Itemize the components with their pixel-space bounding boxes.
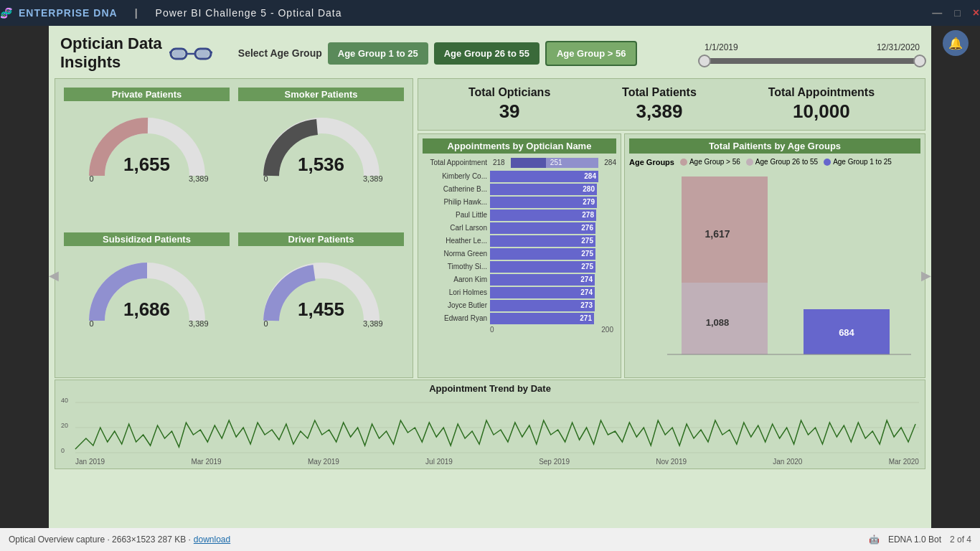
bar-row-name: Philip Hawk... [423,198,487,206]
gauge-private-min: 0 [90,174,94,183]
gauge-subsidized-max: 3,389 [189,319,209,328]
bar-fill: 280 [490,184,597,195]
bar-row: Edward Ryan271 [423,313,616,324]
x-label-jul2019: Jul 2019 [425,458,453,466]
gauge-smoker-value: 1,536 [298,154,344,176]
bar-chart-title: Appointments by Optician Name [423,138,616,154]
file-info: Optical Overview capture · 2663×1523 287… [9,534,191,545]
bar-row: Kimberly Co...284 [423,171,616,182]
nav-left-arrow[interactable]: ◀ [49,268,59,283]
legend-dot-56plus [680,159,687,166]
age-btn-26-55[interactable]: Age Group 26 to 55 [434,42,540,65]
x-label-jan2020: Jan 2020 [773,458,802,466]
bar-fill: 275 [490,248,595,260]
bar-fill: 284 [490,171,598,182]
age-btn-1-25[interactable]: Age Group 1 to 25 [328,42,428,65]
kpi-appointments-value: 10,000 [768,100,875,123]
bar-fill: 275 [490,235,595,247]
bar-chart-panel: Appointments by Optician Name Total Appo… [418,133,621,378]
bar-chart-rows: Kimberly Co...284Catherine B...280Philip… [423,171,616,324]
nav-right-arrow[interactable]: ▶ [921,268,931,283]
notification-button[interactable]: 🔔 [943,30,969,56]
bar-row: Lori Holmes274 [423,287,616,298]
slider-track[interactable] [705,58,920,64]
kpi-opticians-label: Total Opticians [468,86,550,99]
svg-text:20: 20 [61,422,68,429]
maximize-btn[interactable]: □ [954,7,961,19]
kpi-row: Total Opticians 39 Total Patients 3,389 … [418,78,925,131]
bar-fill: 275 [490,261,595,273]
enterprise-dna-icon: 🧬 [0,7,13,19]
stacked-chart-panel: Total Paitients by Age Groups Age Groups… [624,133,925,378]
slider-thumb-right[interactable] [913,55,926,67]
gauge-smoker-min: 0 [264,174,268,183]
bar-fill: 271 [490,313,594,324]
gauge-private: Private Patients 1,655 0 3,389 [61,85,232,227]
dashboard-title: Optician DataInsights [60,34,162,72]
gauge-driver: Driver Patients 1,455 0 3,389 [235,230,407,372]
gauge-driver-value: 1,455 [298,298,344,321]
x-label-sep2019: Sep 2019 [539,458,570,466]
kpi-patients: Total Patients 3,389 [622,86,697,123]
title-bar-title: Power BI Challenge 5 - Optical Data [156,7,342,19]
svg-text:1,088: 1,088 [706,317,730,328]
axis-ticks: 0 200 [490,326,616,334]
bar-row: Catherine B...280 [423,184,616,195]
page-indicator: 2 of 4 [950,534,971,545]
gauge-private-title: Private Patients [64,88,230,101]
enterprise-dna-label: ENTERPRISE DNA [19,7,118,19]
legend-56plus: Age Group > 56 [680,158,740,166]
stacked-legend: Age Groups Age Group > 56 Age Group 26 t… [629,158,920,166]
svg-text:684: 684 [839,327,854,338]
minimize-btn[interactable]: — [932,7,943,19]
gauge-smoker-max: 3,389 [363,174,383,183]
bar-row: Timothy Si...275 [423,261,616,273]
age-group-section: Select Age Group Age Group 1 to 25 Age G… [238,41,638,66]
x-label-jan2019: Jan 2019 [75,458,105,466]
age-btn-56plus[interactable]: Age Group > 56 [545,41,637,66]
total-max: 284 [604,159,616,166]
bar-row: Aaron Kim274 [423,274,616,286]
glasses-icon [169,40,212,66]
svg-text:40: 40 [61,397,68,404]
slider-thumb-left[interactable] [698,55,711,67]
kpi-patients-value: 3,389 [622,100,697,123]
bot-label: EDNA 1.0 Bot [888,534,941,545]
axis-label-200: 200 [601,326,613,334]
legend-dot-1-25 [824,159,831,166]
bar-row: Carl Larson276 [423,222,616,234]
bar-row: Joyce Butler273 [423,300,616,311]
axis-label-0: 0 [490,326,494,334]
trend-chart-svg: 40 20 0 [61,395,919,456]
bottom-bar: Optical Overview capture · 2663×1523 287… [0,528,980,551]
bar-row: Paul Little278 [423,209,616,221]
svg-text:0: 0 [61,447,65,454]
total-appointment-row: Total Appointment 218 251 284 [423,158,616,168]
bar-row: Heather Le...275 [423,235,616,247]
bar-row-name: Norma Green [423,250,487,258]
bar-row-name: Heather Le... [423,237,487,245]
bar-fill: 279 [490,197,597,208]
x-label-may2019: May 2019 [308,458,339,466]
gauge-subsidized: Subsidized Patients 1,686 0 3,389 [61,230,232,372]
download-link[interactable]: download [194,534,230,545]
legend-26-55: Age Group 26 to 55 [746,158,818,166]
x-label-nov2019: Nov 2019 [656,458,687,466]
bar-fill: 274 [490,274,595,286]
bar-row-name: Edward Ryan [423,314,487,322]
total-appointment-label: Total Appointment [423,159,487,166]
svg-point-6 [197,50,209,58]
bar-fill: 273 [490,300,595,311]
gauge-private-value: 1,655 [123,154,170,176]
gauge-private-max: 3,389 [189,174,209,183]
dashboard: Optician DataInsights Select Age Group [49,26,931,528]
gauge-driver-max: 3,389 [363,319,383,328]
close-btn[interactable]: × [973,6,980,19]
bar-row-name: Timothy Si... [423,263,487,270]
gauge-smoker-title: Smoker Patients [238,88,404,101]
date-start: 1/1/2019 [705,42,738,52]
bar-row-name: Paul Little [423,211,487,219]
gauge-subsidized-wrapper: 1,686 0 3,389 [83,249,212,328]
gauge-subsidized-value: 1,686 [123,298,170,321]
gauge-subsidized-title: Subsidized Patients [64,232,230,246]
